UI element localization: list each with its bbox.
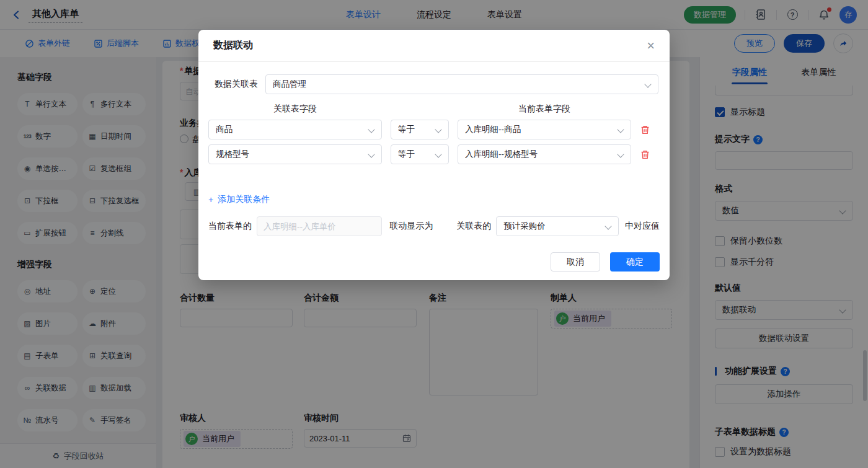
corresponding-value-label: 中对应值: [625, 221, 660, 232]
current-field-input: [257, 216, 382, 236]
relation-table-label: 数据关联表: [215, 79, 262, 90]
delete-condition-trash-icon[interactable]: [640, 125, 650, 135]
modal-title: 数据联动: [213, 39, 253, 52]
current-form-field-column-header: 当前表单字段: [458, 104, 631, 115]
relation-field-select[interactable]: 预计采购价: [496, 216, 619, 236]
confirm-button[interactable]: 确定: [610, 252, 660, 272]
condition-operator-select[interactable]: 等于: [391, 120, 449, 139]
relation-field-column-header: 关联表字段: [208, 104, 382, 115]
condition-left-select[interactable]: 商品: [208, 120, 382, 139]
condition-operator-select[interactable]: 等于: [391, 144, 449, 164]
plus-icon: +: [208, 195, 213, 205]
relation-of-label: 关联表的: [456, 221, 491, 232]
add-condition-link[interactable]: + 添加关联条件: [208, 194, 270, 205]
condition-right-select[interactable]: 入库明细--商品: [458, 120, 631, 139]
condition-row: 规格型号 等于 入库明细--规格型号: [198, 144, 670, 164]
display-as-label: 联动显示为: [389, 221, 433, 232]
close-icon[interactable]: ×: [647, 39, 655, 53]
condition-left-select[interactable]: 规格型号: [208, 144, 382, 164]
relation-table-select[interactable]: 商品管理: [265, 74, 658, 94]
delete-condition-trash-icon[interactable]: [640, 149, 650, 160]
condition-right-select[interactable]: 入库明细--规格型号: [458, 144, 631, 164]
condition-row: 商品 等于 入库明细--商品: [198, 120, 670, 139]
data-linkage-modal: 数据联动 × 数据关联表 商品管理 关联表字段 当前表单字段 商品 等于 入库明…: [198, 30, 670, 280]
current-form-label: 当前表单的: [208, 221, 252, 232]
cancel-button[interactable]: 取消: [551, 252, 600, 272]
